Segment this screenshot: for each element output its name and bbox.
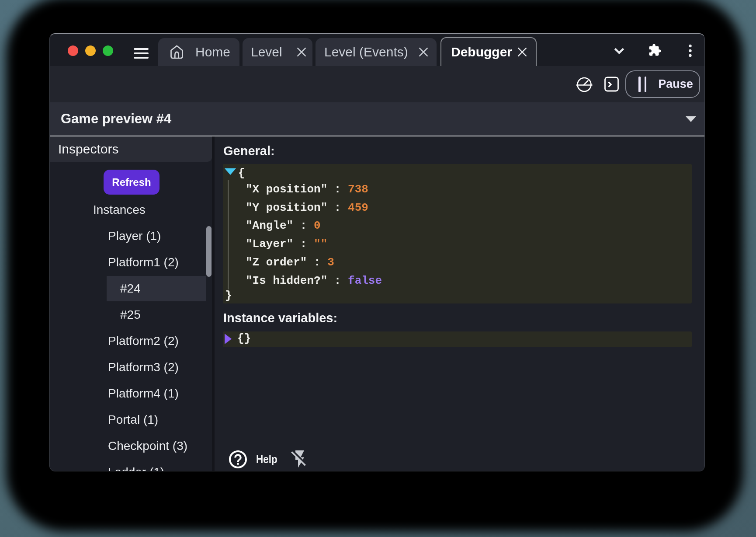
instance-variables-label: Instance variables: [223,311,337,325]
tree-item-label: #24 [120,282,141,296]
tree-item-platform1-2[interactable]: Platform1 (2) [50,250,206,275]
help-row: Help [229,450,306,468]
tab-label: Home [195,45,230,59]
json-line: "Y position" : 459 [246,201,368,214]
tree-item-25[interactable]: #25 [50,302,206,328]
tree-item-checkpoint-3[interactable]: Checkpoint (3) [50,433,206,459]
collapse-caret-icon [686,116,696,122]
tab-bar: HomeLevelLevel (Events)Debugger [158,37,537,66]
tab-close-icon[interactable] [296,47,307,57]
minimize-window-button[interactable] [85,45,96,56]
json-line: { [238,167,245,180]
kebab-menu-icon[interactable] [689,44,692,57]
tree-item-instances[interactable]: Instances [50,197,206,223]
expanded-triangle-icon[interactable] [225,168,236,175]
instance-variables-json-view: {} [223,331,692,347]
sidebar-scrollbar[interactable] [206,226,212,277]
inspector-panel: General: {"X position" : 738"Y position"… [212,136,704,471]
empty-object-text: {} [237,332,251,345]
tree-item-ladder-1[interactable]: Ladder (1) [50,460,206,471]
profiler-icon[interactable] [576,76,593,93]
tree-item-label: Platform4 (1) [108,387,179,401]
tree-item-24[interactable]: #24 [107,276,206,301]
tree-item-platform4-1[interactable]: Platform4 (1) [50,381,206,406]
console-icon[interactable] [604,77,619,92]
tab-level-events[interactable]: Level (Events) [316,38,437,66]
pause-button[interactable]: Pause [625,70,700,98]
tree-item-label: Ladder (1) [108,465,164,471]
json-line: "Z order" : 3 [246,256,334,269]
json-line: "Angle" : 0 [246,219,321,232]
menu-icon[interactable] [134,48,149,59]
tree-item-label: Platform3 (2) [108,360,179,374]
home-icon [170,45,184,59]
game-preview-header[interactable]: Game preview #4 [50,102,704,136]
json-line: "Layer" : "" [246,237,327,251]
inspectors-sidebar: Inspectors Refresh InstancesPlayer (1)Pl… [50,136,212,471]
tree-item-label: Player (1) [108,229,161,243]
tree-item-player-1[interactable]: Player (1) [50,223,206,249]
window-controls [68,45,113,56]
close-window-button[interactable] [68,45,78,56]
tab-label: Level (Events) [324,45,408,59]
maximize-window-button[interactable] [103,45,113,56]
general-json-view: {"X position" : 738"Y position" : 459"An… [223,164,692,303]
tree-item-label: Platform2 (2) [108,334,179,348]
content-area: Inspectors Refresh InstancesPlayer (1)Pl… [50,136,704,471]
tree-item-label: Platform1 (2) [108,255,179,269]
pause-icon [638,77,646,92]
json-line: } [225,289,232,302]
indent-guide [228,180,229,289]
tab-home[interactable]: Home [158,38,239,66]
chevron-down-icon[interactable] [614,48,624,54]
tree-item-portal-1[interactable]: Portal (1) [50,407,206,432]
help-label: Help [256,453,277,466]
tab-level[interactable]: Level [243,38,312,66]
collapsed-triangle-icon[interactable] [225,334,232,344]
app-window: HomeLevelLevel (Events)Debugger Pause Ga… [49,33,705,471]
tree-item-platform3-2[interactable]: Platform3 (2) [50,355,206,380]
instances-tree: InstancesPlayer (1)Platform1 (2)#24#25Pl… [50,136,212,471]
tab-label: Debugger [451,45,512,59]
tree-item-platform2-2[interactable]: Platform2 (2) [50,328,206,354]
general-label: General: [223,144,275,158]
flash-off-icon[interactable] [291,450,306,468]
tab-close-icon[interactable] [418,47,429,57]
tab-close-icon[interactable] [517,47,527,57]
tree-item-label: Checkpoint (3) [108,439,187,453]
pause-button-label: Pause [658,77,693,91]
json-line: "Is hidden?" : false [246,274,382,287]
tab-label: Level [251,45,282,59]
tree-item-label: Instances [93,203,146,217]
debugger-toolbar: Pause [50,66,704,102]
help-icon[interactable] [229,450,247,468]
game-preview-title: Game preview #4 [61,111,171,127]
title-bar: HomeLevelLevel (Events)Debugger [50,34,704,66]
json-line: "X position" : 738 [246,183,368,196]
extension-icon[interactable] [648,43,662,57]
tree-item-label: #25 [120,308,141,322]
tab-debugger[interactable]: Debugger [440,37,537,66]
tree-item-label: Portal (1) [108,413,158,427]
